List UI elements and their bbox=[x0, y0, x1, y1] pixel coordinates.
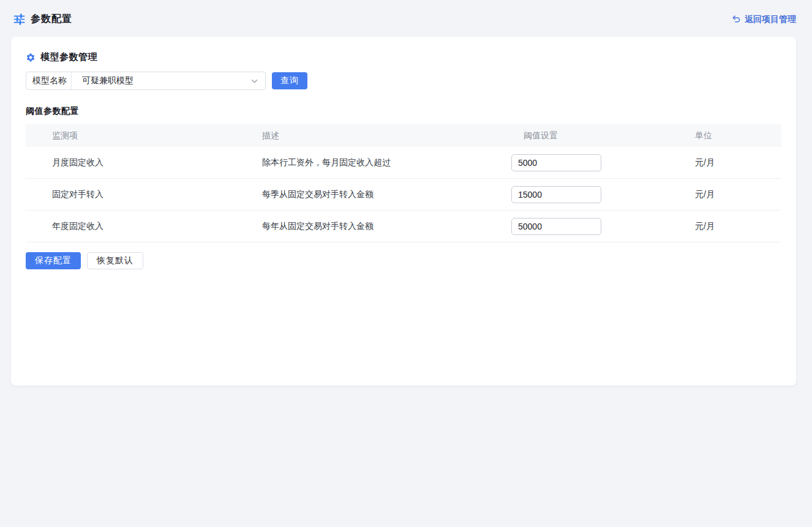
parameter-card: 模型参数管理 模型名称 可疑兼职模型 查询 阈值参数配置 监测项 描述 阈值设置… bbox=[11, 37, 796, 386]
restore-default-button[interactable]: 恢复默认 bbox=[87, 252, 143, 269]
page-header: 参数配置 返回项目管理 bbox=[0, 0, 812, 37]
monitor-unit: 元/月 bbox=[695, 221, 781, 232]
model-name-label: 模型名称 bbox=[26, 75, 71, 86]
query-form-row: 模型名称 可疑兼职模型 查询 bbox=[26, 72, 781, 90]
undo-icon bbox=[732, 15, 741, 24]
threshold-input[interactable] bbox=[511, 186, 601, 203]
table-row: 月度固定收入 除本行工资外，每月固定收入超过 元/月 bbox=[26, 147, 781, 179]
monitor-unit: 元/月 bbox=[695, 189, 781, 200]
threshold-section-title: 阈值参数配置 bbox=[26, 106, 781, 117]
back-link-label: 返回项目管理 bbox=[745, 14, 796, 25]
query-button[interactable]: 查询 bbox=[272, 72, 307, 89]
back-to-projects-link[interactable]: 返回项目管理 bbox=[732, 14, 796, 25]
page-title: 参数配置 bbox=[31, 13, 72, 26]
sliders-icon bbox=[13, 13, 25, 25]
gear-icon bbox=[26, 53, 36, 62]
action-buttons-row: 保存配置 恢复默认 bbox=[26, 252, 781, 269]
table-row: 年度固定收入 每年从固定交易对手转入金额 元/月 bbox=[26, 211, 781, 242]
section-title-row: 模型参数管理 bbox=[26, 51, 781, 63]
model-name-select[interactable]: 模型名称 可疑兼职模型 bbox=[26, 72, 266, 90]
monitor-desc: 每季从固定交易对手转入金额 bbox=[262, 189, 511, 200]
table-row: 固定对手转入 每季从固定交易对手转入金额 元/月 bbox=[26, 179, 781, 211]
chevron-down-icon bbox=[250, 77, 258, 85]
monitor-unit: 元/月 bbox=[695, 157, 781, 168]
column-header-unit: 单位 bbox=[695, 130, 781, 141]
threshold-input[interactable] bbox=[511, 154, 601, 171]
monitor-desc: 每年从固定交易对手转入金额 bbox=[262, 221, 511, 232]
save-config-button[interactable]: 保存配置 bbox=[26, 252, 81, 269]
column-header-threshold: 阈值设置 bbox=[511, 130, 695, 141]
monitor-item: 固定对手转入 bbox=[26, 189, 262, 200]
section-title: 模型参数管理 bbox=[40, 51, 97, 63]
table-header-row: 监测项 描述 阈值设置 单位 bbox=[26, 124, 781, 147]
threshold-input[interactable] bbox=[511, 218, 601, 235]
model-name-value: 可疑兼职模型 bbox=[72, 75, 250, 86]
column-header-desc: 描述 bbox=[262, 130, 511, 141]
threshold-table: 监测项 描述 阈值设置 单位 月度固定收入 除本行工资外，每月固定收入超过 元/… bbox=[26, 124, 781, 242]
monitor-item: 月度固定收入 bbox=[26, 157, 262, 168]
column-header-item: 监测项 bbox=[26, 130, 262, 141]
monitor-desc: 除本行工资外，每月固定收入超过 bbox=[262, 157, 511, 168]
monitor-item: 年度固定收入 bbox=[26, 221, 262, 232]
page-title-wrap: 参数配置 bbox=[13, 13, 72, 26]
